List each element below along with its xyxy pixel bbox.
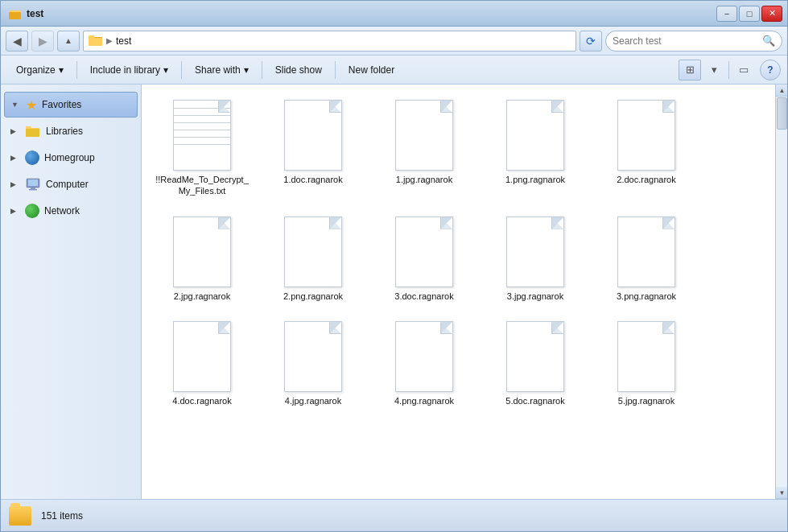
sidebar-item-homegroup[interactable]: ▶ Homegroup <box>4 145 138 171</box>
toolbar-separator-1 <box>76 61 77 79</box>
file-icon <box>503 215 567 287</box>
file-icon <box>614 98 679 171</box>
status-bar: 151 items <box>1 499 787 531</box>
file-label: 1.jpg.ragnarok <box>396 174 452 185</box>
list-item[interactable]: 4.png.ragnarok <box>372 314 477 412</box>
address-bar: ◀ ▶ ▲ ▶ test ⟳ 🔍 <box>1 27 787 56</box>
scroll-up-arrow[interactable]: ▲ <box>776 85 787 97</box>
file-label: 3.doc.ragnarok <box>394 291 453 302</box>
file-icon <box>281 320 345 392</box>
search-icon: 🔍 <box>762 35 775 47</box>
svg-rect-12 <box>29 189 37 191</box>
file-icon <box>170 320 234 392</box>
maximize-button[interactable]: □ <box>739 6 760 22</box>
slideshow-button[interactable]: Slide show <box>266 59 331 81</box>
address-path[interactable]: ▶ test <box>83 31 576 52</box>
file-icon <box>170 215 234 287</box>
sidebar-item-libraries[interactable]: ▶ Libraries <box>4 118 138 144</box>
title-bar-left: test <box>9 8 43 19</box>
scroll-down-arrow[interactable]: ▼ <box>776 487 787 499</box>
file-label: 2.doc.ragnarok <box>617 174 675 185</box>
organize-label: Organize <box>16 64 56 76</box>
network-chevron: ▶ <box>10 207 20 215</box>
file-label: 2.png.ragnarok <box>283 291 343 302</box>
view-dropdown-button[interactable]: ▾ <box>703 60 725 80</box>
back-button[interactable]: ◀ <box>6 31 28 52</box>
window-icon <box>9 8 22 19</box>
file-icon <box>503 320 567 392</box>
help-button[interactable]: ? <box>760 60 781 80</box>
path-folder-icon <box>89 35 103 47</box>
sidebar-item-computer[interactable]: ▶ Computer <box>4 171 138 197</box>
forward-button[interactable]: ▶ <box>31 31 54 52</box>
computer-label: Computer <box>46 179 131 190</box>
file-label: 5.jpg.ragnarok <box>618 395 675 406</box>
list-item[interactable]: 2.png.ragnarok <box>261 209 365 307</box>
list-item[interactable]: 3.jpg.ragnarok <box>483 209 588 307</box>
list-item[interactable]: 1.doc.ragnarok <box>261 93 365 203</box>
file-icon <box>281 215 345 287</box>
list-item[interactable]: 2.doc.ragnarok <box>594 93 699 203</box>
sidebar-item-network[interactable]: ▶ Network <box>4 198 138 224</box>
list-item[interactable]: 4.doc.ragnarok <box>150 314 254 412</box>
file-icon <box>392 98 456 171</box>
include-dropdown-icon: ▾ <box>163 64 168 76</box>
file-label: 1.doc.ragnarok <box>283 174 342 185</box>
libraries-label: Libraries <box>46 126 131 137</box>
new-folder-label: New folder <box>349 64 394 76</box>
homegroup-label: Homegroup <box>44 152 131 163</box>
file-label: 1.png.ragnarok <box>505 174 565 185</box>
homegroup-chevron: ▶ <box>10 154 20 162</box>
favorites-label: Favorites <box>42 99 130 110</box>
svg-rect-11 <box>31 188 35 189</box>
share-with-button[interactable]: Share with ▾ <box>186 59 258 81</box>
search-input[interactable] <box>613 35 759 47</box>
title-bar: test − □ ✕ <box>1 1 787 27</box>
view-buttons: ⊞ ▾ ▭ ? <box>679 60 781 80</box>
list-item[interactable]: 4.jpg.ragnarok <box>261 314 365 412</box>
view-medium-icons-button[interactable]: ⊞ <box>679 60 701 80</box>
file-grid: !!ReadMe_To_Decrypt_My_Files.txt1.doc.ra… <box>142 85 775 499</box>
minimize-button[interactable]: − <box>716 6 737 22</box>
list-item[interactable]: 3.png.ragnarok <box>594 209 699 307</box>
list-item[interactable]: 2.jpg.ragnarok <box>150 209 254 307</box>
main-area: ▼ ★ Favorites ▶ Libraries ▶ Homegroup ▶ <box>1 85 787 499</box>
search-box[interactable]: 🔍 <box>605 31 782 52</box>
sidebar-item-favorites[interactable]: ▼ ★ Favorites <box>4 92 138 118</box>
file-label: 2.jpg.ragnarok <box>174 291 230 302</box>
svg-rect-8 <box>26 129 39 137</box>
new-folder-button[interactable]: New folder <box>340 59 403 81</box>
refresh-button[interactable]: ⟳ <box>580 31 602 52</box>
include-library-button[interactable]: Include in library ▾ <box>81 59 177 81</box>
organize-dropdown-icon: ▾ <box>59 64 64 76</box>
scroll-track <box>776 97 787 487</box>
up-button[interactable]: ▲ <box>57 31 80 52</box>
window-title: test <box>27 8 43 19</box>
favorites-chevron: ▼ <box>11 101 21 109</box>
view-separator <box>728 61 729 79</box>
file-label: 5.doc.ragnarok <box>505 395 564 406</box>
svg-rect-5 <box>89 38 102 46</box>
toolbar-separator-4 <box>335 61 336 79</box>
list-item[interactable]: 1.jpg.ragnarok <box>372 93 477 203</box>
window: test − □ ✕ ◀ ▶ ▲ ▶ test ⟳ 🔍 Or <box>0 0 788 532</box>
libraries-icon <box>25 125 41 138</box>
status-folder-icon <box>9 506 31 526</box>
list-item[interactable]: 5.doc.ragnarok <box>483 314 588 412</box>
list-item[interactable]: 3.doc.ragnarok <box>372 209 477 307</box>
scroll-thumb[interactable] <box>777 97 787 130</box>
path-separator: ▶ <box>106 36 113 45</box>
sidebar: ▼ ★ Favorites ▶ Libraries ▶ Homegroup ▶ <box>1 85 142 499</box>
list-item[interactable]: 5.jpg.ragnarok <box>594 314 699 412</box>
list-item[interactable]: !!ReadMe_To_Decrypt_My_Files.txt <box>150 93 254 203</box>
file-icon <box>614 320 679 392</box>
preview-pane-button[interactable]: ▭ <box>732 60 755 80</box>
file-icon <box>503 98 567 171</box>
path-current: test <box>116 35 131 47</box>
organize-button[interactable]: Organize ▾ <box>7 59 72 81</box>
title-buttons: − □ ✕ <box>716 6 782 22</box>
list-item[interactable]: 1.png.ragnarok <box>483 93 588 203</box>
file-label: 4.doc.ragnarok <box>172 395 231 406</box>
close-button[interactable]: ✕ <box>761 6 782 22</box>
network-icon <box>25 204 39 218</box>
